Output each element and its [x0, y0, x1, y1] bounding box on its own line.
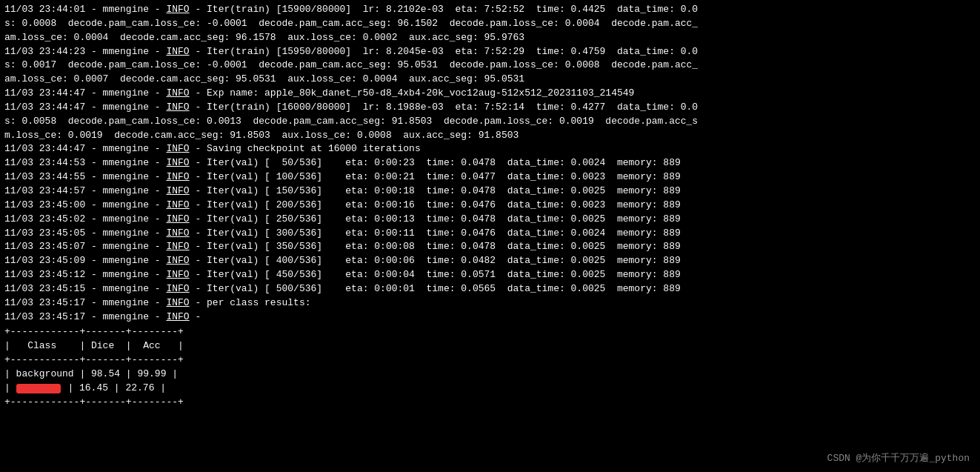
redacted-class-name — [16, 384, 61, 393]
log-line-7: 11/03 23:44:47 - mmengine - INFO - Exp n… — [4, 87, 976, 101]
terminal: 11/03 23:44:01 - mmengine - INFO - Iter(… — [0, 0, 980, 472]
info-label: INFO — [166, 241, 189, 252]
log-line-19: 11/03 23:45:09 - mmengine - INFO - Iter(… — [4, 254, 976, 268]
log-line-9: s: 0.0058 decode.pam_cam.loss_ce: 0.0013… — [4, 115, 976, 129]
table-border-mid: +------------+-------+--------+ — [4, 353, 976, 368]
log-line-23: 11/03 23:45:17 - mmengine - INFO - — [4, 310, 976, 325]
table-header: | Class | Dice | Acc | — [4, 339, 976, 353]
log-line-3: am.loss_ce: 0.0004 decode.cam.acc_seg: 9… — [4, 31, 976, 45]
table-border-top: +------------+-------+--------+ — [4, 325, 976, 339]
log-line-21: 11/03 23:45:15 - mmengine - INFO - Iter(… — [4, 282, 976, 296]
info-label: INFO — [166, 4, 189, 15]
table-row-background: | background | 98.54 | 99.99 | — [4, 368, 976, 382]
log-line-10: m.loss_ce: 0.0019 decode.cam.acc_seg: 91… — [4, 129, 976, 143]
info-label: INFO — [166, 269, 189, 280]
info-label: INFO — [166, 199, 189, 210]
log-line-14: 11/03 23:44:57 - mmengine - INFO - Iter(… — [4, 185, 976, 199]
info-label: INFO — [166, 213, 189, 225]
log-line-11: 11/03 23:44:47 - mmengine - INFO - Savin… — [4, 142, 976, 156]
info-label: INFO — [166, 46, 189, 57]
info-label: INFO — [166, 157, 189, 168]
log-line-5: s: 0.0017 decode.pam_cam.loss_ce: -0.000… — [4, 59, 976, 73]
info-label: INFO — [166, 143, 189, 154]
info-label: INFO — [166, 283, 189, 294]
log-line-4: 11/03 23:44:23 - mmengine - INFO - Iter(… — [4, 45, 976, 59]
info-label: INFO — [166, 171, 189, 182]
info-label: INFO — [166, 185, 189, 196]
log-line-16: 11/03 23:45:02 - mmengine - INFO - Iter(… — [4, 213, 976, 227]
log-line-22: 11/03 23:45:17 - mmengine - INFO - per c… — [4, 296, 976, 310]
log-line-17: 11/03 23:45:05 - mmengine - INFO - Iter(… — [4, 227, 976, 241]
log-line-20: 11/03 23:45:12 - mmengine - INFO - Iter(… — [4, 268, 976, 282]
log-line-15: 11/03 23:45:00 - mmengine - INFO - Iter(… — [4, 199, 976, 213]
info-label: INFO — [166, 102, 189, 113]
log-line-8: 11/03 23:44:47 - mmengine - INFO - Iter(… — [4, 101, 976, 115]
table-border-bot: +------------+-------+--------+ — [4, 396, 976, 410]
log-line-6: am.loss_ce: 0.0007 decode.cam.acc_seg: 9… — [4, 73, 976, 87]
log-line-1: 11/03 23:44:01 - mmengine - INFO - Iter(… — [4, 3, 976, 17]
info-label: INFO — [166, 227, 189, 239]
log-line-18: 11/03 23:45:07 - mmengine - INFO - Iter(… — [4, 240, 976, 254]
info-label: INFO — [166, 87, 189, 99]
info-label: INFO — [166, 255, 189, 266]
log-line-2: s: 0.0008 decode.pam_cam.loss_ce: -0.000… — [4, 17, 976, 31]
info-label: INFO — [166, 311, 189, 322]
log-line-12: 11/03 23:44:53 - mmengine - INFO - Iter(… — [4, 156, 976, 170]
watermark: CSDN @为你千千万万遍_python — [827, 451, 970, 465]
results-table: +------------+-------+--------+ | Class … — [4, 325, 976, 409]
table-row-redacted: | | 16.45 | 22.76 | — [4, 382, 976, 396]
info-label: INFO — [166, 297, 189, 308]
log-line-13: 11/03 23:44:55 - mmengine - INFO - Iter(… — [4, 170, 976, 185]
